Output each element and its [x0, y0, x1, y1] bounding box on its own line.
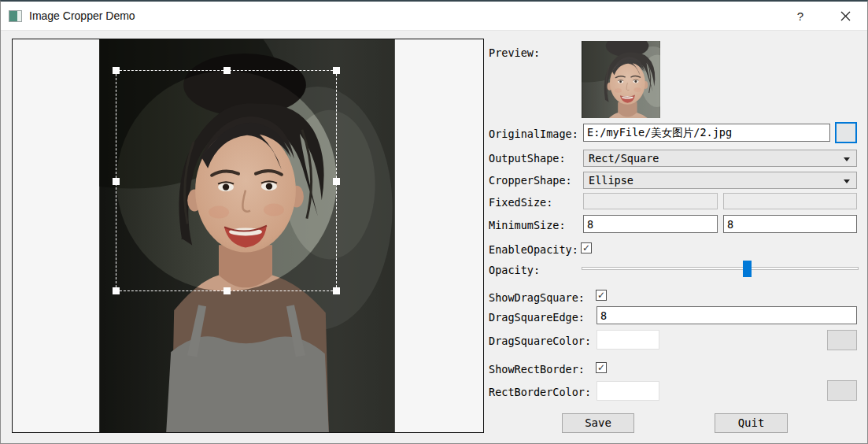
cropper-shape-label: CropperShape: — [489, 174, 572, 187]
help-button[interactable]: ? — [782, 2, 818, 31]
show-rect-border-checkbox[interactable]: ✓ — [596, 362, 607, 373]
close-icon — [840, 11, 851, 21]
minimum-size-width-input[interactable] — [583, 215, 718, 233]
rect-border-color-swatch — [597, 381, 659, 401]
original-image-label: OriginalImage: — [489, 128, 578, 140]
preview-label: Preview: — [489, 46, 540, 59]
cropper-shape-value: Ellipse — [589, 174, 633, 187]
titlebar: Image Cropper Demo ? — [1, 2, 867, 31]
chevron-down-icon — [844, 157, 850, 161]
drag-square-color-button[interactable] — [827, 330, 857, 350]
opacity-slider[interactable] — [582, 261, 859, 277]
window-icon — [9, 10, 22, 22]
drag-handle-middle-right[interactable] — [333, 178, 340, 185]
enable-opacity-checkbox[interactable]: ✓ — [581, 242, 592, 253]
save-button[interactable]: Save — [562, 413, 634, 433]
preview-image — [582, 41, 660, 118]
show-drag-square-label: ShowDragSquare: — [489, 291, 585, 304]
drag-square-edge-label: DragSquareEdge: — [489, 311, 585, 324]
drag-handle-top-left[interactable] — [113, 67, 120, 74]
minimum-size-height-input[interactable] — [723, 215, 857, 233]
browse-button[interactable] — [835, 122, 857, 143]
drag-square-color-swatch — [597, 330, 659, 350]
drag-handle-middle-left[interactable] — [113, 178, 120, 185]
fixed-size-label: FixedSize: — [489, 196, 552, 209]
rect-border-color-label: RectBorderColor: — [489, 386, 591, 398]
drag-handle-bottom-right[interactable] — [333, 287, 340, 294]
slider-track[interactable] — [582, 267, 859, 270]
original-image-view — [99, 39, 395, 432]
drag-handle-top-middle[interactable] — [223, 67, 231, 74]
show-rect-border-label: ShowRectBorder: — [489, 363, 585, 376]
drag-handle-bottom-middle[interactable] — [223, 287, 231, 294]
output-shape-value: Rect/Square — [589, 152, 659, 165]
original-image-input[interactable] — [583, 124, 830, 142]
drag-handle-bottom-left[interactable] — [113, 287, 120, 294]
app-window: Image Cropper Demo ? — [0, 0, 868, 444]
image-cropper-panel — [12, 39, 484, 433]
output-shape-label: OutputShape: — [489, 152, 566, 165]
opacity-label: Opacity: — [489, 264, 540, 276]
drag-handle-top-right[interactable] — [333, 67, 340, 74]
minimum-size-label: MinimumSize: — [489, 219, 566, 231]
rect-border-color-button[interactable] — [827, 380, 857, 401]
slider-handle[interactable] — [743, 261, 752, 277]
show-drag-square-checkbox[interactable]: ✓ — [596, 290, 607, 301]
quit-button[interactable]: Quit — [715, 413, 788, 433]
cropper-shape-select[interactable]: Ellipse — [583, 172, 857, 189]
output-shape-select[interactable]: Rect/Square — [583, 150, 857, 167]
fixed-size-height-input — [723, 193, 857, 209]
drag-square-edge-input[interactable] — [597, 306, 857, 324]
window-title: Image Cropper Demo — [29, 9, 135, 22]
close-button[interactable] — [827, 2, 863, 31]
crop-rect-border[interactable] — [116, 70, 337, 291]
drag-square-color-label: DragSquareColor: — [489, 335, 591, 347]
chevron-down-icon — [844, 179, 850, 183]
fixed-size-width-input — [583, 193, 718, 209]
enable-opacity-label: EnableOpacity: — [489, 243, 578, 256]
